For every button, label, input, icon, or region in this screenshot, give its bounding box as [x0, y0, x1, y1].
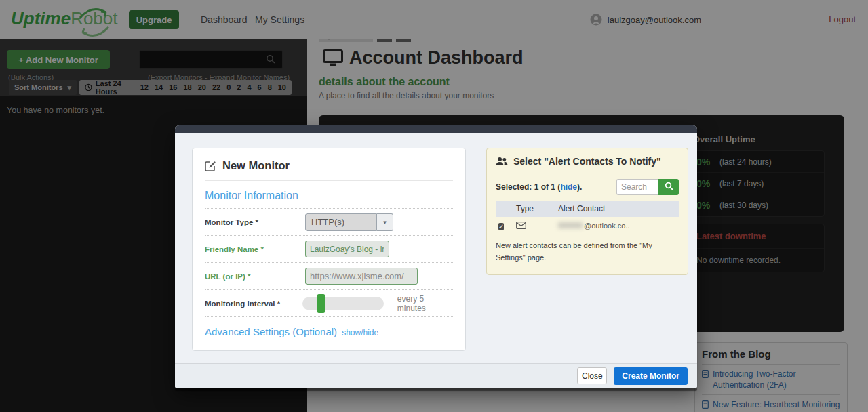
contact-cell: @outlook.co.. — [558, 222, 679, 230]
uptimerobot-app: UptimeRobot Upgrade Dashboard My Setting… — [0, 0, 868, 412]
monitor-information-title: Monitor Information — [205, 190, 453, 202]
alert-contacts-header: Select "Alert Contacts To Notify" — [496, 156, 679, 173]
monitoring-interval-row: Monitoring Interval * every 5 minutes — [205, 289, 453, 316]
selected-count: Selected: 1 of 1 (hide). — [496, 182, 582, 192]
advanced-settings-row: Advanced Settings (Optional) show/hide — [205, 316, 453, 346]
alert-contacts-table: Type Alert Contact ✓ — [496, 201, 679, 234]
new-monitor-modal: New Monitor Monitor Information Monitor … — [175, 125, 697, 388]
modal-body: New Monitor Monitor Information Monitor … — [175, 133, 697, 363]
friendly-name-row: Friendly Name * — [205, 235, 453, 262]
monitor-type-label: Monitor Type * — [205, 218, 305, 226]
friendly-name-label: Friendly Name * — [205, 245, 305, 253]
close-button[interactable]: Close — [577, 367, 607, 384]
url-row: URL (or IP) * — [205, 262, 453, 289]
modal-footer: Close Create Monitor — [175, 363, 697, 388]
modal-title-bar — [175, 125, 697, 133]
hide-link[interactable]: hide — [560, 182, 577, 192]
monitor-type-row: Monitor Type * HTTP(s) ▾ — [205, 208, 453, 235]
contact-email-text: @outlook.co.. — [584, 222, 629, 230]
contact-column-header: Alert Contact — [558, 204, 679, 213]
advanced-showhide-link[interactable]: show/hide — [342, 328, 378, 337]
slider-handle[interactable] — [317, 294, 325, 313]
monitor-type-select[interactable]: HTTP(s) ▾ — [305, 213, 393, 231]
type-cell — [516, 220, 558, 232]
chevron-down-icon[interactable]: ▾ — [377, 213, 393, 231]
alert-contacts-title: Select "Alert Contacts To Notify" — [513, 156, 661, 167]
search-icon — [665, 182, 673, 190]
edit-pencil-icon — [205, 160, 216, 171]
redacted-email-prefix — [558, 222, 583, 228]
email-envelope-icon — [516, 222, 526, 229]
interval-note: every 5 minutes — [397, 294, 453, 313]
selected-prefix: Selected: 1 of 1 ( — [496, 182, 560, 192]
url-input[interactable] — [305, 268, 418, 285]
form-header: New Monitor — [205, 159, 453, 181]
alert-contact-row: ✓ @outlook.co.. — [496, 217, 679, 234]
alert-contacts-panel: Select "Alert Contacts To Notify" Select… — [486, 148, 688, 275]
new-monitor-form: New Monitor Monitor Information Monitor … — [192, 148, 466, 351]
create-monitor-button[interactable]: Create Monitor — [614, 367, 688, 385]
alert-contact-checkbox[interactable]: ✓ — [498, 223, 504, 230]
selected-suffix: ). — [577, 182, 582, 192]
alert-search-group — [616, 179, 679, 195]
alert-contacts-search-input[interactable] — [616, 179, 658, 195]
type-column-header: Type — [516, 204, 558, 213]
monitor-type-value: HTTP(s) — [305, 213, 377, 231]
friendly-name-input[interactable] — [305, 241, 389, 258]
advanced-settings-link[interactable]: Advanced Settings (Optional) — [205, 326, 337, 337]
table-header: Type Alert Contact — [496, 201, 679, 217]
checkbox-cell: ✓ — [496, 220, 516, 232]
alert-search-button[interactable] — [658, 179, 679, 195]
monitoring-interval-label: Monitoring Interval * — [205, 300, 302, 308]
url-label: URL (or IP) * — [205, 272, 305, 281]
users-icon — [496, 157, 508, 166]
modal-title: New Monitor — [222, 159, 290, 172]
alert-contacts-note: New alert contacts can be defined from t… — [496, 240, 679, 264]
selected-row: Selected: 1 of 1 (hide). — [496, 179, 679, 195]
monitoring-interval-slider[interactable] — [302, 297, 384, 310]
